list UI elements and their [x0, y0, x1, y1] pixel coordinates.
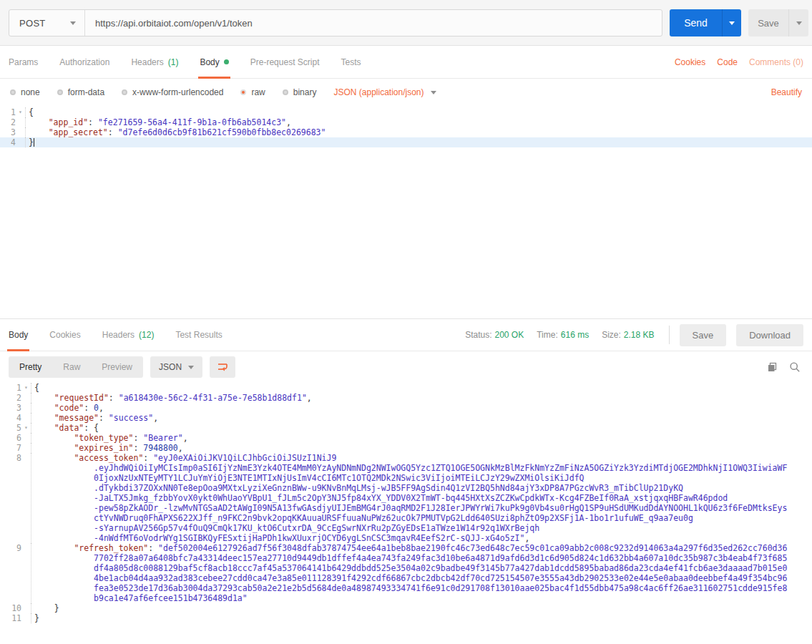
- code-row: "expires_in": 7948800,: [34, 443, 812, 453]
- response-format-select[interactable]: JSON: [150, 356, 202, 378]
- chevron-down-icon: [188, 366, 194, 369]
- code-line: 4 }: [0, 137, 812, 147]
- token-s: df4a805d8c0088129baf5cf8acb18ccc7af45a53…: [94, 563, 787, 573]
- response-tab-label: Test Results: [175, 330, 222, 340]
- response-tab-body[interactable]: Body: [9, 319, 28, 351]
- url-combo: POST: [9, 9, 662, 36]
- line-number: 8: [16, 453, 21, 463]
- line-content: }: [26, 137, 812, 147]
- fold-arrow-icon[interactable]: ▾: [16, 107, 25, 117]
- code-line: 2 "requestId": "a618430e-56c2-4f31-a75e-…: [0, 393, 812, 403]
- code-row: df4a805d8c0088129baf5cf8acb18ccc7af45a53…: [34, 563, 812, 573]
- response-tab-headers[interactable]: Headers(12): [102, 319, 155, 351]
- content-type-select[interactable]: JSON (application/json): [333, 87, 436, 97]
- tab-body[interactable]: Body: [200, 46, 228, 78]
- code-row: fea3e0523de17d36ab3004da37293cab50a2e21e…: [34, 583, 812, 593]
- code-row: 4be1acb04d4aa932ad383cebee27cdd0ca47e3a8…: [34, 573, 812, 583]
- search-button[interactable]: [789, 361, 801, 373]
- line-gutter: 3: [0, 403, 31, 413]
- body-type-label: none: [21, 87, 40, 97]
- token-p: :: [108, 127, 118, 137]
- line-number: 7: [16, 443, 21, 453]
- size: Size:2.18 KB: [602, 330, 654, 340]
- code-row: "code": 0,: [34, 403, 812, 413]
- search-icon: [789, 361, 801, 373]
- link-cookies[interactable]: Cookies: [675, 57, 705, 67]
- code-line: 4 "message": "success",: [0, 413, 812, 423]
- line-content: {: [31, 383, 812, 393]
- code-row: }: [34, 613, 812, 623]
- tab-authorization[interactable]: Authorization: [59, 46, 109, 78]
- fold-arrow-icon[interactable]: ▾: [21, 423, 31, 433]
- line-number: 1: [16, 383, 21, 393]
- method-select[interactable]: POST: [9, 10, 85, 36]
- body-type-x-www-form-urlencoded[interactable]: x-www-form-urlencoded: [122, 87, 223, 97]
- view-raw[interactable]: Raw: [52, 356, 91, 378]
- token-s: -pew58pZkAODr_-lzwMvNTGSaAD2tAWgI09N5A13…: [94, 503, 787, 513]
- wrap-text-button[interactable]: [210, 356, 235, 378]
- radio-icon: [10, 89, 16, 95]
- response-tool-icons: [766, 361, 803, 373]
- response-tab-cookies[interactable]: Cookies: [49, 319, 80, 351]
- token-s: -4nWdfMT6oVodrWYg1SGIBKQyFESxtijHaPDh1kw…: [94, 533, 524, 543]
- view-pretty[interactable]: Pretty: [9, 356, 52, 378]
- code-line: 10 }: [0, 603, 812, 613]
- download-response-button[interactable]: Download: [736, 324, 803, 346]
- tab-params[interactable]: Params: [9, 46, 38, 78]
- send-options-button[interactable]: [722, 9, 741, 36]
- request-tabs-row: ParamsAuthorizationHeaders(1)BodyPre-req…: [0, 46, 812, 79]
- body-type-form-data[interactable]: form-data: [57, 87, 104, 97]
- code-line: 1▾{: [0, 107, 812, 117]
- line-gutter: 6: [0, 433, 31, 443]
- fold-arrow-icon[interactable]: ▾: [21, 383, 31, 393]
- beautify-link[interactable]: Beautify: [771, 87, 802, 97]
- token-p: :: [148, 543, 158, 553]
- link-comments-0[interactable]: Comments (0): [749, 57, 803, 67]
- tab-label: Headers: [131, 57, 163, 67]
- body-type-none[interactable]: none: [10, 87, 40, 97]
- link-code[interactable]: Code: [717, 57, 738, 67]
- copy-button[interactable]: [766, 361, 778, 373]
- request-body-editor[interactable]: 1▾{2 "app_id": "fe271659-56a4-411f-9b1a-…: [0, 106, 812, 318]
- token-s: .dTykbdi37ZOXxNN0Te8epOoa9MXtxLyziXeGnzn…: [94, 483, 683, 493]
- save-options-button[interactable]: [788, 9, 808, 36]
- token-p: :: [84, 403, 94, 413]
- response-view-switch: PrettyRawPreview: [9, 356, 143, 378]
- line-number: 10: [11, 603, 21, 613]
- code-line: 7 "expires_in": 7948800,: [0, 443, 812, 453]
- code-row: 0IjoxNzUxNTEyMTY1LCJuYmYiOjE3NTE1MTIxNjU…: [34, 473, 812, 483]
- token-p: {: [94, 423, 99, 433]
- response-body-editor[interactable]: 1▾{2 "requestId": "a618430e-56c2-4f31-a7…: [0, 383, 812, 623]
- view-preview[interactable]: Preview: [91, 356, 143, 378]
- token-p: ,: [286, 117, 291, 127]
- line-content: }: [31, 603, 812, 613]
- tab-label: Body: [200, 57, 219, 67]
- line-number: 9: [16, 543, 21, 553]
- tab-headers[interactable]: Headers(1): [131, 46, 178, 78]
- send-split-button: Send: [670, 9, 741, 36]
- token-p: :: [109, 393, 119, 403]
- save-button[interactable]: Save: [748, 9, 788, 36]
- method-label: POST: [19, 18, 46, 29]
- chevron-down-icon: [729, 21, 735, 25]
- tab-pre-request-script[interactable]: Pre-request Script: [250, 46, 320, 78]
- token-s: "fe271659-56a4-411f-9b1a-0fb6ab5014c3": [98, 117, 286, 127]
- code-line: 6 "token_type": "Bearer",: [0, 433, 812, 443]
- code-row: -JaLTX5Jmkg_fzbbYovX0ykt0WhUaoYVBpU1_fJL…: [34, 493, 812, 503]
- code-row: {: [34, 383, 812, 393]
- body-type-raw[interactable]: raw: [240, 87, 265, 97]
- url-input[interactable]: [85, 10, 662, 36]
- save-response-button[interactable]: Save: [680, 324, 727, 346]
- code-row: }: [29, 137, 812, 147]
- postman-app: POST Send Save ParamsAuthorizationHeader…: [0, 0, 812, 623]
- line-content: "token_type": "Bearer",: [31, 433, 812, 443]
- code-row: "message": "success",: [34, 413, 812, 423]
- send-button[interactable]: Send: [670, 9, 722, 36]
- content-type-label: JSON (application/json): [333, 87, 424, 97]
- tab-tests[interactable]: Tests: [341, 46, 361, 78]
- token-s: "success": [109, 413, 153, 423]
- token-s: "eyJ0eXAiOiJKV1QiLCJhbGciOiJSUzI1NiJ9: [153, 453, 336, 463]
- code-line: 8 "access_token": "eyJ0eXAiOiJKV1QiLCJhb…: [0, 453, 812, 543]
- response-tab-test-results[interactable]: Test Results: [175, 319, 222, 351]
- body-type-binary[interactable]: binary: [283, 87, 317, 97]
